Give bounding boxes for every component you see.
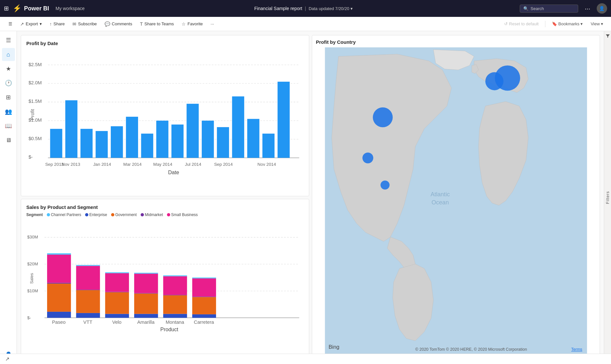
export-button[interactable]: ↗ Export ▾ xyxy=(17,20,45,28)
bar-nov-2014a[interactable] xyxy=(232,96,244,158)
paseo-channel[interactable] xyxy=(47,253,71,255)
bar-sep-2013[interactable] xyxy=(50,129,62,158)
amarilla-midmarket[interactable] xyxy=(134,293,158,294)
vtt-enterprise[interactable] xyxy=(76,313,100,318)
carretera-smallbiz[interactable] xyxy=(192,278,216,297)
sidebar-item-favorites[interactable]: ★ xyxy=(2,62,15,75)
svg-text:$2.5M: $2.5M xyxy=(29,62,42,67)
sidebar-item-learn[interactable]: 📖 xyxy=(2,119,15,132)
amarilla-smallbiz[interactable] xyxy=(134,273,158,293)
bubble-mexico[interactable] xyxy=(380,180,389,189)
avatar[interactable]: 👤 xyxy=(597,3,607,14)
carretera-government[interactable] xyxy=(192,297,216,314)
bar-nov-2014c[interactable] xyxy=(262,134,274,158)
amarilla-enterprise[interactable] xyxy=(134,314,158,318)
reset-icon: ↺ xyxy=(504,21,508,26)
filters-panel[interactable]: Filters xyxy=(604,31,611,364)
vtt-midmarket[interactable] xyxy=(76,290,100,290)
map-svg[interactable]: Atlantic Ocean Bing © 2020 TomTom © 2020… xyxy=(316,47,596,354)
amarilla-channel[interactable] xyxy=(134,273,158,274)
bar-nov-2013[interactable] xyxy=(65,100,77,158)
more-toolbar-button[interactable]: ··· xyxy=(207,20,217,28)
comments-button[interactable]: 💬 Comments xyxy=(101,20,135,28)
share-button[interactable]: ↑ Share xyxy=(46,20,68,28)
carretera-midmarket[interactable] xyxy=(192,297,216,297)
montana-enterprise[interactable] xyxy=(163,314,187,318)
view-button[interactable]: View ▾ xyxy=(588,20,606,28)
svg-text:Sep 2013: Sep 2013 xyxy=(45,162,64,167)
bar-jul-2014a[interactable] xyxy=(172,125,184,158)
paseo-enterprise[interactable] xyxy=(47,312,71,318)
amarilla-government[interactable] xyxy=(134,294,158,314)
bar-may-2014a[interactable] xyxy=(141,134,153,158)
bar-sep-2014a[interactable] xyxy=(202,121,214,158)
bubble-usa-west[interactable] xyxy=(362,152,373,163)
velo-government[interactable] xyxy=(105,292,129,314)
paseo-smallbiz[interactable] xyxy=(47,255,71,283)
montana-government[interactable] xyxy=(163,295,187,314)
government-label: Government xyxy=(115,212,137,217)
bar-nov-2014d[interactable] xyxy=(277,82,289,158)
search-box[interactable]: 🔍 Search xyxy=(520,5,578,13)
bar-mar-2014a[interactable] xyxy=(111,126,123,158)
workspace-link[interactable]: My workspace xyxy=(53,5,87,12)
subscribe-button[interactable]: ✉ Subscribe xyxy=(69,20,100,28)
svg-text:$-: $- xyxy=(29,154,33,160)
sidebar-item-workspaces[interactable]: 🖥 xyxy=(2,134,15,147)
star-icon: ☆ xyxy=(182,21,186,27)
export-label: Export xyxy=(26,21,38,26)
legend-midmarket: Midmarket xyxy=(141,212,163,217)
svg-text:Velo: Velo xyxy=(112,320,121,325)
bar-jul-2014b[interactable] xyxy=(186,104,198,158)
svg-text:Profit: Profit xyxy=(30,109,35,120)
favorite-button[interactable]: ☆ Favorite xyxy=(178,20,206,28)
velo-smallbiz[interactable] xyxy=(105,273,129,292)
carretera-enterprise[interactable] xyxy=(192,314,216,318)
bookmarks-button[interactable]: 🔖 Bookmarks ▾ xyxy=(549,20,585,28)
sales-title: Sales by Product and Segment xyxy=(26,204,304,210)
bar-nov-2014b[interactable] xyxy=(247,119,259,158)
reset-button[interactable]: ↺ Reset to default xyxy=(502,20,541,28)
sidebar-item-apps[interactable]: ⊞ xyxy=(2,91,15,104)
bar-may-2014b[interactable] xyxy=(156,121,168,158)
vtt-channel[interactable] xyxy=(76,265,100,266)
svg-text:Sales: Sales xyxy=(29,273,34,284)
expand-icon[interactable]: ↗ xyxy=(5,356,9,362)
sidebar-item-home[interactable]: ⌂ xyxy=(2,48,15,61)
bottom-bar: ↗ xyxy=(0,354,611,364)
menu-toggle-button[interactable]: ☰ xyxy=(5,20,16,28)
grid-icon[interactable]: ⊞ xyxy=(4,5,9,12)
montana-midmarket[interactable] xyxy=(163,295,187,295)
velo-midmarket[interactable] xyxy=(105,292,129,292)
bar-mar-2014b[interactable] xyxy=(126,117,138,158)
sidebar-item-recent[interactable]: 🕐 xyxy=(2,77,15,90)
velo-channel[interactable] xyxy=(105,272,129,273)
svg-text:May 2014: May 2014 xyxy=(153,162,172,167)
svg-text:Montana: Montana xyxy=(166,320,185,325)
subscribe-icon: ✉ xyxy=(72,21,76,27)
content-area: Profit by Date $2.5M $2.0M $1.5M $1.0M $… xyxy=(17,31,604,364)
montana-channel[interactable] xyxy=(163,275,187,276)
bubble-france[interactable] xyxy=(485,72,503,91)
bar-jan-2014b[interactable] xyxy=(95,131,108,158)
enterprise-label: Enterprise xyxy=(89,212,107,217)
more-options-button[interactable]: ··· xyxy=(582,4,593,14)
chevron-down-icon[interactable]: ▾ xyxy=(350,6,353,11)
share-teams-button[interactable]: T Share to Teams xyxy=(137,20,177,28)
carretera-channel[interactable] xyxy=(192,277,216,278)
vtt-government[interactable] xyxy=(76,290,100,313)
avatar-icon: 👤 xyxy=(599,6,605,11)
paseo-midmarket[interactable] xyxy=(47,283,71,284)
sidebar-item-menu[interactable]: ☰ xyxy=(2,34,15,47)
vtt-smallbiz[interactable] xyxy=(76,266,100,289)
legend-enterprise: Enterprise xyxy=(85,212,107,217)
montana-smallbiz[interactable] xyxy=(163,276,187,295)
bubble-canada[interactable] xyxy=(373,107,392,127)
paseo-government[interactable] xyxy=(47,284,71,312)
velo-enterprise[interactable] xyxy=(105,314,129,318)
update-text: Data updated 7/20/20 xyxy=(309,6,349,11)
bar-jan-2014a[interactable] xyxy=(81,129,93,158)
channel-partners-label: Channel Partners xyxy=(51,212,81,217)
bar-sep-2014b[interactable] xyxy=(217,127,229,158)
sidebar-item-shared[interactable]: 👥 xyxy=(2,105,15,118)
